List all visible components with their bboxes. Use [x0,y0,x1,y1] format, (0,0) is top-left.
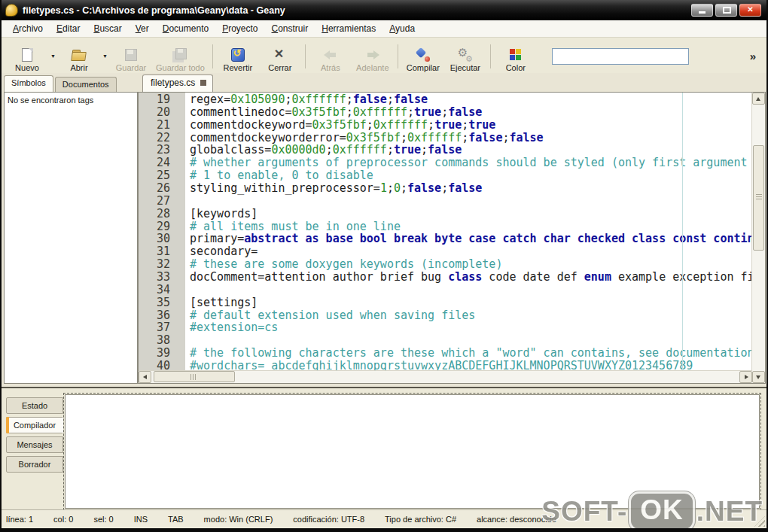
code-text[interactable]: styling_within_preprocessor=1;0;false;fa… [185,181,482,194]
window-controls: ✕ [691,4,761,17]
code-text[interactable]: [settings] [185,296,258,309]
message-tab-mensajes[interactable]: Mensajes [6,436,63,453]
save-icon [123,47,139,62]
run-button[interactable]: Ejecutar [444,40,486,73]
toolbar-overflow[interactable]: » [747,48,759,64]
editor-horizontal-scrollbar[interactable] [139,370,752,383]
line-number[interactable]: 21 [139,118,185,131]
code-text[interactable] [185,333,190,346]
save-all-icon [172,47,188,62]
line-number[interactable]: 30 [139,232,185,245]
symbols-panel[interactable]: No se encontraron tags [4,92,138,384]
horizontal-scroll-thumb[interactable] [154,371,235,382]
code-text[interactable]: # the following characters are these whi… [185,346,752,359]
line-number[interactable]: 36 [139,309,185,321]
minimize-button[interactable] [691,4,713,17]
line-number[interactable]: 26 [139,181,185,194]
scroll-up-button[interactable] [752,93,765,105]
line-number[interactable]: 29 [139,220,185,233]
open-button[interactable]: Abrir [58,40,100,73]
editor-text-area[interactable]: 19regex=0x105090;0xffffff;false;false20c… [139,93,752,370]
code-text[interactable]: commentdockeyworderror=0x3f5fbf;0xffffff… [185,131,544,144]
code-text[interactable]: secondary= [185,245,258,257]
code-text[interactable]: commentdockeyword=0x3f5fbf;0xffffff;true… [185,118,495,131]
code-text[interactable]: #extension=cs [185,321,278,333]
line-number[interactable]: 34 [139,283,185,296]
editor-vertical-scrollbar[interactable] [751,93,765,383]
new-dropdown[interactable]: ▼ [48,43,58,70]
status-field-2: sel: 0 [93,515,113,524]
code-text[interactable]: # all items must be in one line [185,220,401,233]
editor[interactable]: 19regex=0x105090;0xffffff;false;false20c… [138,92,766,384]
code-text[interactable]: # 1 to enable, 0 to disable [185,169,373,181]
editor-line: 21commentdockeyword=0x3f5fbf;0xffffff;tr… [139,118,752,131]
forward-button-label: Adelante [356,63,389,72]
scroll-right-button[interactable] [739,371,752,383]
code-text[interactable]: commentlinedoc=0x3f5fbf;0xffffff;true;fa… [185,105,482,118]
line-number[interactable]: 24 [139,156,185,169]
line-number[interactable]: 35 [139,296,185,309]
compile-button[interactable]: Compilar [402,40,444,73]
scroll-down-button[interactable] [752,371,765,383]
line-number[interactable]: 20 [139,105,185,118]
watermark-prefix: SOFT- [541,496,627,527]
line-number[interactable]: 25 [139,169,185,181]
save-button: Guardar [110,40,152,73]
line-number[interactable]: 19 [139,93,185,105]
new-button[interactable]: Nuevo [6,40,48,73]
message-tab-compilador[interactable]: Compilador [6,417,63,433]
line-number[interactable]: 28 [139,207,185,220]
sidebar-tab-documentos[interactable]: Documentos [55,77,117,92]
menu-construir[interactable]: Construir [265,21,315,36]
close-window-button[interactable]: ✕ [739,4,761,17]
line-number[interactable]: 39 [139,346,185,359]
menu-editar[interactable]: Editar [50,21,87,36]
menu-ayuda[interactable]: Ayuda [382,21,422,36]
menu-archivo[interactable]: Archivo [6,21,50,36]
line-number[interactable]: 22 [139,131,185,144]
code-text[interactable]: # default extension used when saving fil… [185,309,475,321]
code-text[interactable]: #wordchars=_abcdefghijklmnopqrstuvwxyzAB… [185,359,693,370]
menu-documento[interactable]: Documento [156,21,215,36]
sidebar-tabs: SímbolosDocumentos [4,75,118,92]
code-text[interactable] [185,194,190,207]
status-field-5: modo: Win (CRLF) [204,515,273,524]
scroll-left-button[interactable] [139,371,151,383]
open-dropdown[interactable]: ▼ [100,43,110,70]
code-text[interactable]: globalclass=0x0000d0;0xffffff;true;false [185,143,462,156]
back-arrow-icon [322,47,339,62]
goto-line-entry[interactable] [552,48,689,65]
close-button[interactable]: Cerrar [259,40,301,73]
editor-tab-filetypes-cs[interactable]: filetypes.cs [142,74,213,92]
color-button[interactable]: Color [495,40,537,73]
revert-button[interactable]: Revertir [217,40,259,73]
code-text[interactable]: primary=abstract as base bool break byte… [185,232,752,245]
tab-close-icon[interactable] [200,80,206,86]
menu-proyecto[interactable]: Proyecto [215,21,264,36]
line-number[interactable]: 31 [139,245,185,257]
sidebar-tab-simbolos[interactable]: Símbolos [4,75,53,92]
maximize-button[interactable] [715,4,737,17]
menu-buscar[interactable]: Buscar [87,21,128,36]
editor-line: 33docComment=attention author brief bug … [139,270,752,283]
line-number[interactable]: 32 [139,257,185,270]
message-tab-borrador[interactable]: Borrador [6,456,63,473]
line-number[interactable]: 40 [139,359,185,370]
menu-herramientas[interactable]: Herramientas [315,21,382,36]
message-tab-estado[interactable]: Estado [6,397,63,414]
code-text[interactable]: # whether arguments of preprocessor comm… [185,156,752,169]
menu-ver[interactable]: Ver [129,21,156,36]
code-text[interactable]: # these are some doxygen keywords (incom… [185,257,502,270]
vertical-scroll-thumb[interactable] [753,145,764,251]
line-number[interactable]: 23 [139,143,185,156]
titlebar[interactable]: filetypes.cs - C:\Archivos de programa\G… [2,0,766,20]
line-number[interactable]: 27 [139,194,185,207]
code-text[interactable]: [keywords] [185,207,258,220]
line-number[interactable]: 33 [139,270,185,283]
line-number[interactable]: 37 [139,321,185,333]
status-field-6: codificación: UTF-8 [293,515,364,524]
line-number[interactable]: 38 [139,333,185,346]
code-text[interactable]: regex=0x105090;0xffffff;false;false [185,93,428,105]
code-text[interactable] [185,283,190,296]
code-text[interactable]: docComment=attention author brief bug cl… [185,270,752,283]
